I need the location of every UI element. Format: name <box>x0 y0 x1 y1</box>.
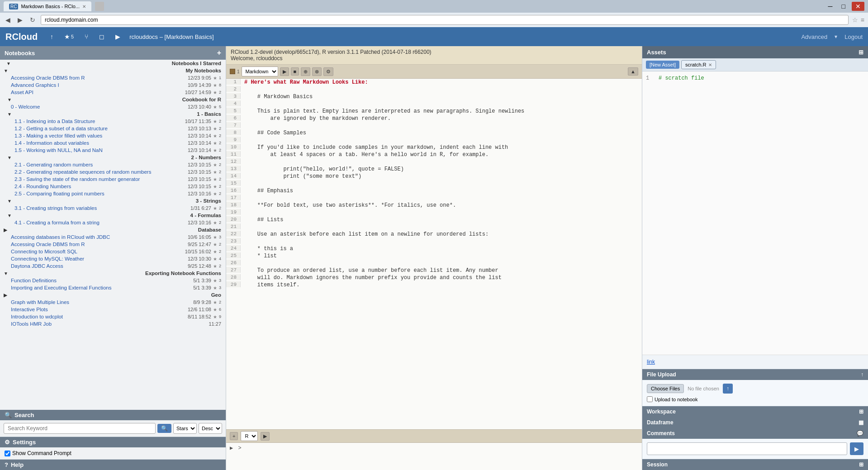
upload-button[interactable]: ↑ <box>723 384 733 394</box>
order-select[interactable]: Desc <box>199 423 222 434</box>
database-category[interactable]: ▶ Database <box>0 226 226 233</box>
list-item[interactable]: Connecting to Microsoft SQL 10/15 16:02 … <box>0 248 226 255</box>
list-item[interactable]: Advanced Graphics I 10/9 14:39 ★8 <box>0 81 226 89</box>
console-mode-select[interactable]: R <box>241 431 258 441</box>
console-input[interactable] <box>244 445 638 451</box>
run-cell-button[interactable]: ▶ <box>280 67 289 76</box>
minimize-button[interactable]: ─ <box>825 2 835 11</box>
list-item[interactable]: Accessing databases in RCloud with JDBC … <box>0 233 226 241</box>
list-item[interactable]: Introduction to wdcplot 8/11 18:52 ★9 <box>0 313 226 320</box>
list-item[interactable]: Function Definitions 5/1 3:39 ★3 <box>0 277 226 284</box>
list-item[interactable]: 0 - Welcome 12/3 10:40 ★5 <box>0 103 226 110</box>
list-item[interactable]: 1.5 - Working with NULL, NA and NaN 12/3… <box>0 147 226 154</box>
exporting-category[interactable]: ▼ Exporting Notebook Functions <box>0 270 226 277</box>
list-item[interactable]: Interactive Plots 12/6 11:08 ★6 <box>0 306 226 313</box>
toolbar-icon-btn1[interactable]: ⊕ <box>301 67 310 76</box>
list-item[interactable]: 2.2 - Generating repeatable sequences of… <box>0 168 226 176</box>
my-notebooks-section[interactable]: ▼ My Notebooks <box>0 67 226 74</box>
formulas-category[interactable]: ▼ 4 - Formulas <box>0 212 226 219</box>
list-item[interactable]: Graph with Multiple Lines 8/9 9:28 ★2 <box>0 299 226 306</box>
settings-section-header[interactable]: ⚙ Settings <box>0 437 226 447</box>
browser-tab[interactable]: RC Markdown Basics - RClo... ✕ <box>4 1 91 11</box>
toolbar-icon-btn2[interactable]: ⊗ <box>312 67 322 76</box>
scratch-tab[interactable]: scratch.R ✕ <box>681 60 716 69</box>
maximize-button[interactable]: □ <box>839 2 848 11</box>
show-cmd-prompt-checkbox[interactable] <box>5 451 10 456</box>
strings-category[interactable]: ▼ 3 - Strings <box>0 197 226 204</box>
save-button[interactable]: ◻ <box>97 31 106 42</box>
run-button[interactable]: ▶ <box>114 31 122 42</box>
console-area[interactable]: ▶ > <box>226 443 642 470</box>
list-item[interactable]: Connecting to MySQL: Weather 12/3 10:30 … <box>0 255 226 262</box>
upload-to-notebook-checkbox[interactable] <box>647 396 653 402</box>
search-input[interactable] <box>4 423 156 434</box>
console-run-button[interactable]: ▶ <box>261 432 270 441</box>
list-item[interactable]: Accessing Oracle DBMS from R 9/25 12:47 … <box>0 241 226 248</box>
list-item[interactable]: IOTools HMR Job 11:27 <box>0 320 226 328</box>
back-button[interactable]: ◀ <box>4 15 12 24</box>
basics-category[interactable]: ▼ 1 - Basics <box>0 110 226 118</box>
session-header[interactable]: Session ⊞ <box>642 459 868 470</box>
geo-category[interactable]: ▶ Geo <box>0 291 226 299</box>
starred-section[interactable]: ▼ Notebooks I Starred <box>0 60 226 67</box>
drag-handle[interactable] <box>230 69 235 74</box>
list-item[interactable]: 2.1 - Generating random numbers 12/3 10:… <box>0 161 226 168</box>
dataframe-header[interactable]: Dataframe ▦ <box>642 417 868 428</box>
workspace-header[interactable]: Workspace ⊞ <box>642 406 868 417</box>
link-text[interactable]: link <box>647 359 655 365</box>
scratch-content[interactable]: 1 # scratch file <box>642 71 868 355</box>
search-button[interactable]: 🔍 <box>157 424 171 433</box>
address-input[interactable] <box>41 15 849 25</box>
numbers-category[interactable]: ▼ 2 - Numbers <box>0 154 226 161</box>
show-cmd-prompt-row: Show Command Prompt <box>0 447 226 460</box>
bookmark-star-icon[interactable]: ☆ <box>852 16 858 24</box>
list-item[interactable]: Importing and Executing External Functio… <box>0 284 226 291</box>
fork-button[interactable]: ⑂ <box>83 31 90 42</box>
file-upload-header[interactable]: File Upload ↑ <box>642 369 868 380</box>
stop-button[interactable]: ■ <box>291 67 299 76</box>
comments-header[interactable]: Comments 💬 <box>642 428 868 439</box>
sort-select[interactable]: Stars <box>173 423 197 434</box>
list-item[interactable]: Accessing Oracle DBMS from R 12/23 9:05 … <box>0 74 226 81</box>
mode-select[interactable]: Markdown <box>242 66 278 76</box>
logout-link[interactable]: Logout <box>844 33 863 40</box>
cookbook-category[interactable]: ▼ Cookbook for R <box>0 96 226 103</box>
line-content-16: ## Emphasis <box>241 187 642 195</box>
list-item[interactable]: 2.4 - Rounding Numbers 12/3 10:15 ★2 <box>0 183 226 190</box>
comment-input[interactable] <box>647 442 847 455</box>
forward-button[interactable]: ▶ <box>16 15 24 24</box>
line-content-5: This is plain text. Empty lines are inte… <box>241 108 642 115</box>
list-item[interactable]: 2.5 - Comparing floating point numbers 1… <box>0 190 226 197</box>
list-item[interactable]: 2.3 - Saving the state of the random num… <box>0 176 226 183</box>
help-section[interactable]: ? Help <box>0 460 226 470</box>
close-button[interactable]: ✕ <box>852 2 864 11</box>
list-item[interactable]: 3.1 - Creating strings from variables 1/… <box>0 204 226 212</box>
toolbar-icon-btn3[interactable]: ⚙ <box>323 67 333 76</box>
list-item[interactable]: Asset API 10/27 14:59 ★2 <box>0 89 226 96</box>
list-item[interactable]: 1.4 - Information about variables 12/3 1… <box>0 139 226 147</box>
advanced-dropdown-icon[interactable]: ▾ <box>835 33 837 40</box>
settings-icon[interactable]: ≡ <box>861 16 864 24</box>
list-item[interactable]: Daytona JDBC Access 9/25 12:48 ★2 <box>0 262 226 270</box>
console-add-button[interactable]: + <box>230 432 238 440</box>
browser-tab-close-icon[interactable]: ✕ <box>82 4 86 9</box>
refresh-button[interactable]: ↻ <box>28 15 37 24</box>
scratch-tab-close-icon[interactable]: ✕ <box>708 62 712 67</box>
list-item[interactable]: 1.3 - Making a vector filled with values… <box>0 132 226 139</box>
show-cmd-prompt-label[interactable]: Show Command Prompt <box>5 450 71 456</box>
list-item[interactable]: 1.2 - Getting a subset of a data structu… <box>0 125 226 132</box>
add-notebook-button[interactable]: + <box>217 49 221 57</box>
share-button[interactable]: ↑ <box>48 31 55 42</box>
new-asset-button[interactable]: [New Asset] <box>646 61 679 69</box>
comment-send-button[interactable]: ▶ <box>850 442 863 455</box>
list-item[interactable]: 1.1 - Indexing into a Data Structure 10/… <box>0 118 226 125</box>
collapse-button[interactable]: ▲ <box>628 67 638 76</box>
choose-files-button[interactable]: Choose Files <box>647 384 684 393</box>
code-line-5: 5 This is plain text. Empty lines are in… <box>226 108 642 115</box>
browser-tab-favicon: RC <box>9 4 18 9</box>
star-button[interactable]: ★5 <box>62 31 76 42</box>
list-item[interactable]: 4.1 - Creating a formula from a string 1… <box>0 219 226 226</box>
advanced-link[interactable]: Advanced <box>801 33 827 40</box>
new-tab-button[interactable] <box>95 2 104 11</box>
code-editor[interactable]: 1 # Here's what Raw Markdown Looks Like:… <box>226 79 642 429</box>
